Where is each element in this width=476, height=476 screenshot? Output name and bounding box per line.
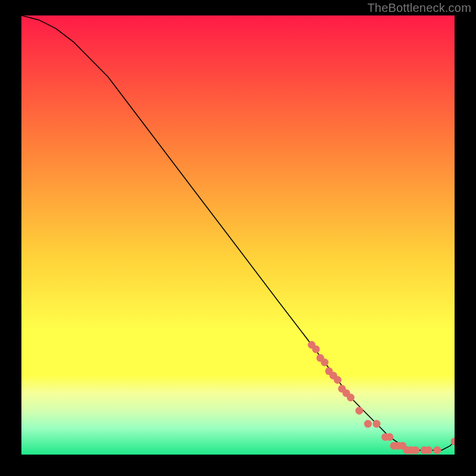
sample-dot — [312, 345, 320, 353]
chart-container: TheBottleneck.com — [0, 0, 476, 476]
plot-area — [21, 15, 455, 455]
sample-dot — [412, 446, 419, 454]
sample-dot — [373, 420, 381, 428]
gradient-background — [21, 15, 455, 455]
watermark-text: TheBottleneck.com — [367, 1, 471, 15]
sample-dot — [355, 407, 363, 415]
sample-dot — [321, 359, 328, 367]
sample-dot — [425, 446, 433, 454]
sample-dot — [433, 446, 441, 454]
sample-dot — [364, 420, 372, 428]
sample-dot — [334, 376, 342, 384]
sample-dot — [386, 433, 393, 441]
chart-svg — [21, 15, 455, 455]
sample-dot — [347, 394, 355, 402]
